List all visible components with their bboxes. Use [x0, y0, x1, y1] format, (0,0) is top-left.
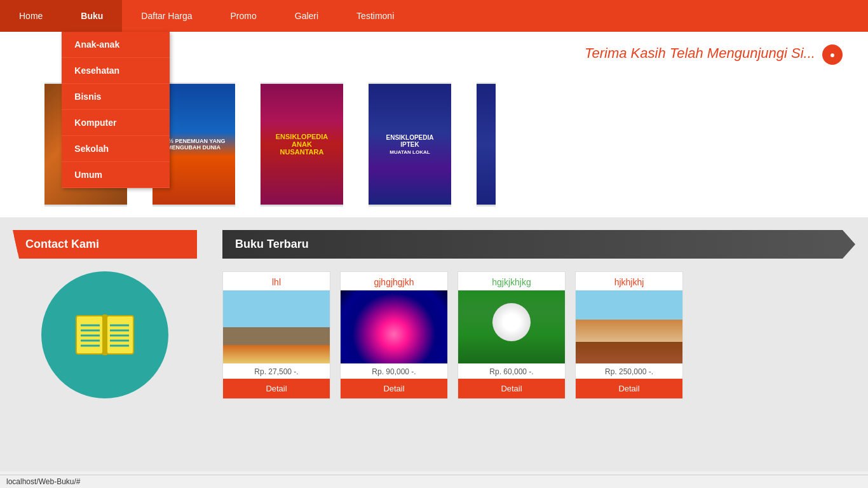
book-card-3: hgjkjkhjkg Rp. 60,000 -. Detail — [458, 271, 566, 399]
book-card-1: lhl Rp. 27,500 -. Detail — [222, 271, 330, 399]
dropdown-umum[interactable]: Umum — [62, 162, 170, 188]
notification-circle[interactable]: ● — [822, 44, 843, 65]
book-icon — [67, 297, 143, 373]
svg-rect-2 — [102, 315, 107, 355]
carousel-book-4-cover: ENSIKLOPEDIAIPTEKMUATAN LOKAL — [369, 84, 451, 205]
book-card-4-detail-btn[interactable]: Detail — [576, 379, 682, 398]
book-card-1-image — [223, 290, 330, 363]
book-card-4-price: Rp. 250,000 -. — [576, 363, 682, 379]
sidebar: Contact Kami — [0, 217, 210, 471]
carousel-book-4[interactable]: ENSIKLOPEDIAIPTEKMUATAN LOKAL — [369, 83, 451, 207]
book-card-2-price: Rp. 90,000 -. — [341, 363, 447, 379]
dropdown-anak-anak[interactable]: Anak-anak — [62, 32, 170, 58]
book-card-1-price: Rp. 27,500 -. — [223, 363, 330, 379]
lower-section: Contact Kami — [0, 217, 868, 471]
carousel-book-3-cover: ENSIKLOPEDIAANAKNUSANTARA — [261, 84, 343, 205]
dropdown-sekolah[interactable]: Sekolah — [62, 136, 170, 162]
carousel-book-5[interactable] — [477, 83, 496, 207]
book-card-4-image — [576, 290, 682, 363]
book-card-1-title: lhl — [223, 272, 330, 290]
book-card-2-title: gjhgjhgjkh — [341, 272, 447, 290]
book-card-4: hjkhjkhj Rp. 250,000 -. Detail — [575, 271, 683, 399]
nav-galeri[interactable]: Galeri — [276, 0, 337, 32]
status-bar: localhost/Web-Buku/# — [0, 475, 868, 488]
contact-logo-wrapper — [13, 271, 197, 398]
main-content: Buku Terbaru lhl Rp. 27,500 -. Detail gj… — [210, 217, 868, 471]
book-card-2: gjhgjhgjkh Rp. 90,000 -. Detail — [340, 271, 448, 399]
contact-header: Contact Kami — [13, 230, 197, 259]
contact-logo — [41, 271, 168, 398]
nav-buku[interactable]: Buku Anak-anak Kesehatan Bisnis Komputer… — [62, 0, 122, 32]
book-card-3-price: Rp. 60,000 -. — [458, 363, 565, 379]
book-card-3-title: hgjkjkhjkg — [458, 272, 565, 290]
book-card-2-image — [341, 290, 447, 363]
section-header-new-books: Buku Terbaru — [222, 230, 855, 259]
dropdown-bisnis[interactable]: Bisnis — [62, 84, 170, 110]
nav-testimoni[interactable]: Testimoni — [337, 0, 413, 32]
books-grid: lhl Rp. 27,500 -. Detail gjhgjhgjkh Rp. … — [222, 271, 855, 399]
buku-dropdown: Anak-anak Kesehatan Bisnis Komputer Seko… — [62, 32, 170, 188]
carousel-book-5-cover — [477, 84, 496, 205]
dropdown-komputer[interactable]: Komputer — [62, 110, 170, 136]
book-card-3-image — [458, 290, 565, 363]
book-card-4-title: hjkhjkhj — [576, 272, 682, 290]
book-card-3-detail-btn[interactable]: Detail — [458, 379, 565, 398]
navbar: Home Buku Anak-anak Kesehatan Bisnis Kom… — [0, 0, 868, 32]
nav-promo[interactable]: Promo — [212, 0, 276, 32]
book-card-2-detail-btn[interactable]: Detail — [341, 379, 447, 398]
nav-home[interactable]: Home — [0, 0, 62, 32]
dropdown-kesehatan[interactable]: Kesehatan — [62, 58, 170, 84]
carousel-book-3[interactable]: ENSIKLOPEDIAANAKNUSANTARA — [261, 83, 343, 207]
book-card-1-detail-btn[interactable]: Detail — [223, 379, 330, 398]
nav-daftar-harga[interactable]: Daftar Harga — [122, 0, 211, 32]
